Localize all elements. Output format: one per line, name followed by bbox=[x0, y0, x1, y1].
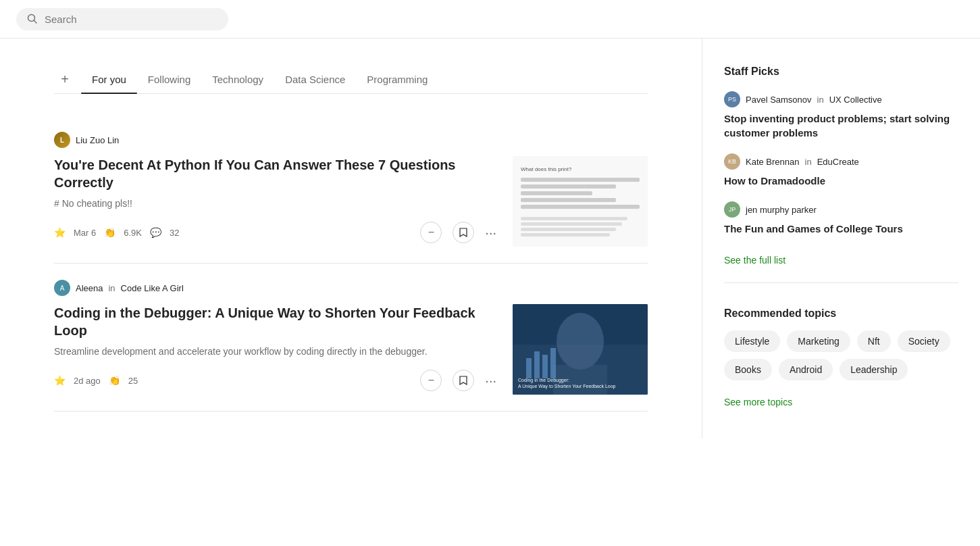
article-author-row: A Aleena in Code Like A Girl bbox=[54, 280, 648, 296]
topic-android[interactable]: Android bbox=[779, 359, 833, 380]
article-card: L Liu Zuo Lin You're Decent At Python If… bbox=[54, 116, 648, 264]
bookmark-button[interactable] bbox=[453, 222, 474, 243]
code-line bbox=[521, 198, 616, 202]
staff-pick-title[interactable]: The Fun and Games of College Tours bbox=[724, 222, 958, 236]
author-in-label: in bbox=[108, 283, 115, 293]
staff-pick-author-row: KB Kate Brennan in EduCreate bbox=[724, 153, 958, 170]
tabs-bar: + For you Following Technology Data Scie… bbox=[54, 66, 648, 94]
author-name[interactable]: Aleena bbox=[76, 283, 103, 293]
topic-leadership[interactable]: Leadership bbox=[840, 359, 908, 380]
tab-for-you[interactable]: For you bbox=[81, 66, 137, 93]
more-button[interactable]: ··· bbox=[485, 373, 496, 389]
tab-data-science[interactable]: Data Science bbox=[274, 66, 356, 93]
search-bar[interactable]: Search bbox=[16, 8, 228, 30]
meta-actions: − ··· bbox=[420, 222, 496, 243]
minus-button[interactable]: − bbox=[420, 222, 442, 243]
staff-pick-title[interactable]: Stop inventing product problems; start s… bbox=[724, 111, 958, 140]
see-more-topics-link[interactable]: See more topics bbox=[724, 397, 792, 407]
staff-pick-item: JP jen murphy parker The Fun and Games o… bbox=[724, 201, 958, 236]
staff-author-name[interactable]: Pavel Samsonov bbox=[746, 95, 812, 105]
clap-icon: 👏 bbox=[104, 227, 115, 238]
add-tab-button[interactable]: + bbox=[54, 69, 76, 91]
author-name[interactable]: Liu Zuo Lin bbox=[76, 135, 119, 145]
staff-pick-author-row: PS Pavel Samsonov in UX Collective bbox=[724, 91, 958, 107]
topic-nft[interactable]: Nft bbox=[857, 330, 891, 352]
topics-grid: Lifestyle Marketing Nft Society Books An… bbox=[724, 330, 958, 380]
article-subtitle: Streamline development and accelerate yo… bbox=[54, 345, 496, 359]
article-date: 2d ago bbox=[74, 376, 101, 386]
staff-avatar: JP bbox=[724, 201, 740, 218]
option-line bbox=[521, 222, 622, 226]
article-meta: ⭐ Mar 6 👏 6.9K 💬 32 − bbox=[54, 222, 496, 243]
minus-button[interactable]: − bbox=[420, 370, 442, 391]
option-line bbox=[521, 228, 616, 231]
option-line bbox=[521, 217, 627, 220]
more-button[interactable]: ··· bbox=[485, 225, 496, 241]
topic-marketing[interactable]: Marketing bbox=[787, 330, 850, 352]
topic-lifestyle[interactable]: Lifestyle bbox=[724, 330, 780, 352]
svg-line-1 bbox=[34, 21, 37, 24]
bookmark-button[interactable] bbox=[453, 370, 474, 391]
staff-in-label: in bbox=[817, 95, 824, 105]
staff-pub-name[interactable]: EduCreate bbox=[817, 157, 859, 167]
article-date: Mar 6 bbox=[74, 228, 96, 238]
author-avatar: L bbox=[54, 132, 70, 148]
article-title[interactable]: You're Decent At Python If You Can Answe… bbox=[54, 156, 496, 191]
search-placeholder: Search bbox=[45, 14, 77, 25]
article-content: Coding in the Debugger: A Unique Way to … bbox=[54, 304, 496, 391]
svg-rect-9 bbox=[550, 348, 556, 378]
article-card: A Aleena in Code Like A Girl Coding in t… bbox=[54, 264, 648, 412]
author-avatar: A bbox=[54, 280, 70, 296]
thumbnail-debugger-bg: Coding in the Debugger:A Unique Way to S… bbox=[513, 304, 648, 395]
search-icon bbox=[27, 14, 38, 24]
topic-books[interactable]: Books bbox=[724, 359, 772, 380]
bookmark-icon bbox=[459, 375, 468, 386]
main-layout: + For you Following Technology Data Scie… bbox=[0, 39, 980, 439]
article-body: You're Decent At Python If You Can Answe… bbox=[54, 156, 648, 247]
bookmark-icon bbox=[459, 227, 468, 238]
staff-picks-title: Staff Picks bbox=[724, 66, 958, 78]
svg-rect-6 bbox=[526, 358, 532, 378]
publication-name[interactable]: Code Like A Girl bbox=[121, 283, 184, 293]
staff-in-label: in bbox=[805, 157, 812, 167]
tab-following[interactable]: Following bbox=[137, 66, 201, 93]
article-thumbnail: What does this print? bbox=[513, 156, 648, 247]
code-line bbox=[521, 191, 592, 195]
clap-count: 6.9K bbox=[124, 228, 142, 238]
staff-pub-name[interactable]: UX Collective bbox=[829, 95, 882, 105]
clap-count: 25 bbox=[128, 376, 138, 386]
meta-actions: − ··· bbox=[420, 370, 496, 391]
svg-rect-7 bbox=[534, 351, 540, 378]
thumbnail-overlay-text: Coding in the Debugger:A Unique Way to S… bbox=[518, 377, 642, 389]
article-author-row: L Liu Zuo Lin bbox=[54, 132, 648, 148]
article-thumbnail: Coding in the Debugger:A Unique Way to S… bbox=[513, 304, 648, 395]
boost-icon: ⭐ bbox=[54, 227, 66, 238]
article-body: Coding in the Debugger: A Unique Way to … bbox=[54, 304, 648, 395]
staff-pick-title[interactable]: How to Dramadoodle bbox=[724, 174, 958, 188]
staff-avatar: PS bbox=[724, 91, 740, 107]
option-line bbox=[521, 233, 610, 237]
article-subtitle: # No cheating pls!! bbox=[54, 197, 496, 211]
comment-count: 32 bbox=[170, 228, 179, 238]
staff-author-name[interactable]: jen murphy parker bbox=[746, 205, 817, 215]
staff-pick-item: KB Kate Brennan in EduCreate How to Dram… bbox=[724, 153, 958, 188]
tab-technology[interactable]: Technology bbox=[201, 66, 274, 93]
feed-column: + For you Following Technology Data Scie… bbox=[0, 39, 702, 439]
tab-programming[interactable]: Programming bbox=[356, 66, 438, 93]
topic-society[interactable]: Society bbox=[898, 330, 950, 352]
staff-picks-section: Staff Picks PS Pavel Samsonov in UX Coll… bbox=[724, 66, 958, 266]
boost-icon: ⭐ bbox=[54, 375, 66, 386]
header: Search bbox=[0, 0, 980, 39]
recommended-topics-title: Recommended topics bbox=[724, 307, 958, 320]
see-full-list-link[interactable]: See the full list bbox=[724, 255, 785, 266]
article-title[interactable]: Coding in the Debugger: A Unique Way to … bbox=[54, 304, 496, 339]
thumbnail-caption: What does this print? bbox=[521, 166, 640, 172]
staff-pick-author-row: JP jen murphy parker bbox=[724, 201, 958, 218]
clap-icon: 👏 bbox=[109, 375, 120, 386]
code-line bbox=[521, 184, 616, 189]
svg-rect-8 bbox=[542, 355, 548, 378]
thumbnail-options bbox=[521, 217, 640, 237]
staff-author-name[interactable]: Kate Brennan bbox=[746, 157, 800, 167]
sidebar-divider bbox=[724, 282, 958, 283]
comment-icon: 💬 bbox=[150, 227, 161, 238]
